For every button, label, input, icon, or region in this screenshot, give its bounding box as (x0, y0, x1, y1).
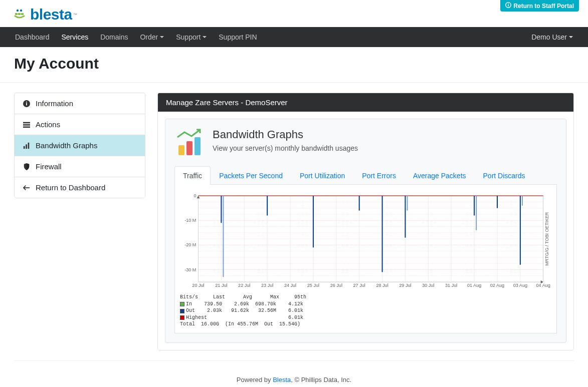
svg-text:03 Aug: 03 Aug (513, 283, 527, 288)
svg-text:24 Jul: 24 Jul (284, 283, 296, 288)
svg-rect-9 (26, 103, 27, 105)
sidebar: InformationActionsBandwidth GraphsFirewa… (14, 93, 145, 350)
svg-text:25 Jul: 25 Jul (307, 283, 319, 288)
user-menu[interactable]: Demo User (525, 28, 579, 46)
svg-text:0: 0 (193, 193, 196, 198)
svg-text:26 Jul: 26 Jul (330, 283, 342, 288)
tab-packets-per-second[interactable]: Packets Per Second (211, 166, 291, 185)
svg-text:28 Jul: 28 Jul (376, 283, 388, 288)
svg-text:01 Aug: 01 Aug (467, 283, 481, 288)
svg-rect-7 (21, 13, 24, 15)
chevron-down-icon (160, 36, 164, 38)
svg-rect-13 (23, 126, 30, 128)
bandwidth-chart-icon (174, 128, 204, 157)
svg-rect-18 (186, 141, 192, 155)
staff-portal-label: Return to Staff Portal (513, 3, 574, 10)
tab-average-packets[interactable]: Average Packets (405, 166, 475, 185)
user-label: Demo User (531, 33, 567, 41)
svg-rect-14 (24, 146, 25, 148)
svg-point-4 (20, 10, 22, 12)
svg-text:-10 M: -10 M (184, 218, 196, 223)
tab-port-utilization[interactable]: Port Utilization (291, 166, 353, 185)
main-panel: Manage Zare Servers - DemoServer (157, 93, 574, 350)
sidebar-item-actions[interactable]: Actions (15, 114, 145, 135)
svg-rect-19 (194, 137, 201, 155)
svg-text:30 Jul: 30 Jul (422, 283, 434, 288)
chevron-down-icon (569, 36, 573, 38)
svg-rect-15 (26, 144, 27, 149)
sidebar-item-label: Firewall (36, 162, 62, 171)
main-nav: DashboardServicesDomainsOrderSupportSupp… (0, 27, 588, 47)
tab-traffic[interactable]: Traffic (174, 166, 211, 185)
logo[interactable]: blesta™ (0, 0, 588, 27)
svg-text:22 Jul: 22 Jul (238, 283, 250, 288)
logo-text: blesta (30, 6, 72, 23)
chart-icon (23, 142, 31, 150)
svg-rect-12 (23, 124, 30, 126)
nav-support-pin[interactable]: Support PIN (213, 28, 263, 46)
sidebar-item-label: Return to Dashboard (36, 183, 105, 192)
svg-text:27 Jul: 27 Jul (353, 283, 365, 288)
return-staff-portal-button[interactable]: Return to Staff Portal (500, 0, 579, 12)
svg-rect-17 (178, 145, 184, 155)
list-icon (23, 121, 31, 129)
card-subtitle: View your server(s) monthly bandwidth us… (213, 144, 358, 152)
svg-text:MRTG/G / TOBI OETIKER: MRTG/G / TOBI OETIKER (544, 212, 549, 266)
sidebar-item-label: Actions (36, 120, 60, 129)
svg-point-3 (17, 10, 19, 12)
sidebar-item-bandwidth-graphs[interactable]: Bandwidth Graphs (15, 135, 145, 156)
tabs: TrafficPackets Per SecondPort Utilizatio… (174, 166, 557, 185)
svg-text:21 Jul: 21 Jul (215, 283, 227, 288)
svg-text:31 Jul: 31 Jul (445, 283, 457, 288)
sidebar-item-firewall[interactable]: Firewall (15, 156, 145, 177)
footer-blesta-link[interactable]: Blesta (273, 376, 291, 383)
info-icon (23, 100, 31, 108)
footer: Powered by Blesta, © Phillips Data, Inc. (14, 360, 574, 387)
nav-services[interactable]: Services (56, 28, 95, 46)
chevron-down-icon (203, 36, 207, 38)
sidebar-item-label: Information (36, 99, 73, 108)
nav-support[interactable]: Support (170, 28, 213, 46)
arrow-left-icon (23, 184, 31, 192)
nav-dashboard[interactable]: Dashboard (9, 28, 56, 46)
tab-port-discards[interactable]: Port Discards (475, 166, 534, 185)
svg-rect-5 (15, 13, 18, 15)
svg-rect-6 (18, 13, 21, 15)
page-title: My Account (14, 55, 574, 72)
sidebar-item-information[interactable]: Information (15, 93, 145, 114)
svg-text:-30 M: -30 M (184, 267, 196, 272)
card-title: Bandwidth Graphs (213, 128, 358, 141)
svg-text:29 Jul: 29 Jul (399, 283, 411, 288)
svg-rect-1 (508, 5, 509, 7)
shield-icon (23, 163, 31, 171)
svg-point-10 (26, 101, 27, 102)
svg-text:-20 M: -20 M (184, 242, 196, 247)
svg-text:20 Jul: 20 Jul (192, 283, 204, 288)
tab-port-errors[interactable]: Port Errors (353, 166, 405, 185)
svg-point-2 (508, 4, 509, 5)
panel-title: Manage Zare Servers - DemoServer (158, 93, 573, 112)
svg-rect-11 (23, 122, 30, 123)
svg-text:04 Aug: 04 Aug (536, 283, 550, 288)
svg-text:23 Jul: 23 Jul (261, 283, 273, 288)
svg-rect-16 (28, 142, 30, 148)
svg-text:02 Aug: 02 Aug (490, 283, 504, 288)
logo-icon (14, 9, 29, 21)
traffic-chart: 0-10 M-20 M-30 M20 Jul21 Jul22 Jul23 Jul… (174, 185, 557, 333)
sidebar-item-return-to-dashboard[interactable]: Return to Dashboard (15, 177, 145, 198)
info-icon (505, 2, 511, 10)
sidebar-item-label: Bandwidth Graphs (36, 141, 97, 150)
nav-order[interactable]: Order (134, 28, 170, 46)
nav-domains[interactable]: Domains (94, 28, 134, 46)
